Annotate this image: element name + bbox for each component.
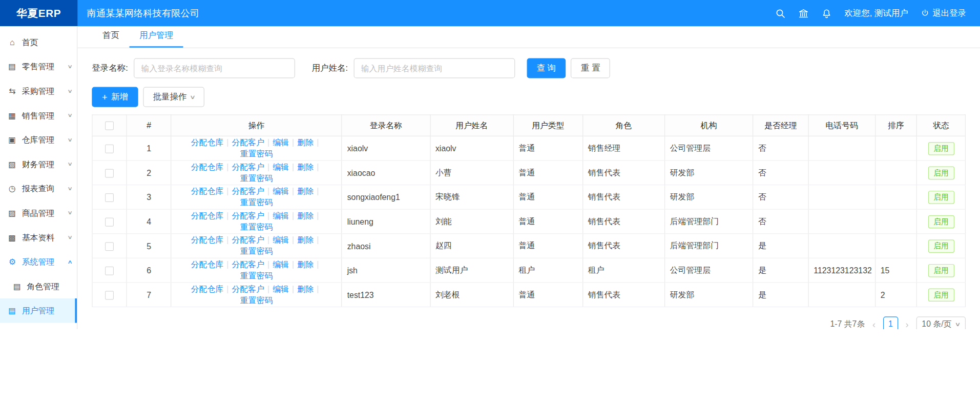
table-header-row: #操作登录名称用户姓名用户类型角色机构是否经理电话号码排序状态 — [92, 115, 965, 136]
row-checkbox[interactable] — [105, 242, 114, 251]
delete-link[interactable]: 删除 — [297, 187, 314, 196]
assign-warehouse-link[interactable]: 分配仓库 — [191, 235, 223, 245]
sidebar-item-retail[interactable]: ▤零售管理∨ — [0, 54, 77, 79]
row-checkbox[interactable] — [105, 217, 114, 226]
delete-link[interactable]: 删除 — [297, 235, 314, 245]
reset-password-link[interactable]: 重置密码 — [240, 149, 273, 158]
company-name: 南通某某网络科技有限公司 — [87, 7, 200, 19]
action-separator: | — [292, 211, 294, 220]
edit-link[interactable]: 编辑 — [273, 259, 289, 269]
reset-password-link[interactable]: 重置密码 — [240, 173, 273, 183]
sidebar-item-system[interactable]: ⚙系统管理∧ — [0, 250, 77, 274]
delete-link[interactable]: 删除 — [297, 162, 314, 171]
search-button[interactable]: 查 询 — [527, 58, 566, 78]
finance-icon: ▧ — [8, 159, 17, 169]
header-cell-9: 排序 — [875, 115, 916, 136]
add-user-label: 新增 — [111, 91, 128, 103]
sidebar-item-sales[interactable]: ▦销售管理∨ — [0, 103, 77, 128]
status-badge: 启用 — [928, 142, 954, 155]
assign-customer-link[interactable]: 分配客户 — [232, 211, 264, 220]
cell-status: 启用 — [917, 234, 966, 258]
reset-password-link[interactable]: 重置密码 — [240, 271, 273, 280]
bell-icon[interactable] — [821, 8, 832, 18]
action-separator: | — [292, 284, 294, 293]
login-name-input[interactable] — [134, 58, 295, 78]
sidebar-item-basic-data[interactable]: ▩基本资料∨ — [0, 225, 77, 250]
row-checkbox[interactable] — [105, 193, 114, 202]
page-size-select[interactable]: 10 条/页 ∨ — [916, 316, 966, 329]
sidebar-item-goods[interactable]: ▨商品管理∨ — [0, 201, 77, 226]
page-number-button[interactable]: 1 — [883, 316, 898, 329]
cell-actions: 分配仓库|分配客户|编辑|删除|重置密码 — [171, 136, 342, 161]
prev-page-button[interactable]: ‹ — [871, 319, 877, 329]
action-separator: | — [267, 187, 269, 196]
row-checkbox[interactable] — [105, 266, 114, 275]
sidebar-item-purchase[interactable]: ⇆采购管理∨ — [0, 79, 77, 104]
reset-password-link[interactable]: 重置密码 — [240, 295, 273, 305]
tab-user-mgmt[interactable]: 用户管理 — [130, 26, 183, 47]
chevron-down-icon: ∨ — [67, 162, 73, 167]
delete-link[interactable]: 删除 — [297, 284, 314, 293]
row-checkbox[interactable] — [105, 145, 114, 153]
search-icon[interactable] — [775, 8, 786, 18]
row-checkbox[interactable] — [105, 169, 114, 177]
assign-warehouse-link[interactable]: 分配仓库 — [191, 211, 223, 220]
next-page-button[interactable]: › — [904, 319, 910, 329]
welcome-user-text[interactable]: 欢迎您, 测试用户 — [844, 8, 908, 19]
assign-warehouse-link[interactable]: 分配仓库 — [191, 137, 223, 147]
batch-actions-button[interactable]: 批量操作 ∨ — [143, 87, 204, 107]
sidebar-item-label: 报表查询 — [22, 183, 54, 194]
assign-customer-link[interactable]: 分配客户 — [232, 259, 264, 269]
power-icon — [921, 9, 929, 17]
reset-password-link[interactable]: 重置密码 — [240, 198, 273, 207]
assign-customer-link[interactable]: 分配客户 — [232, 137, 264, 147]
sidebar-item-reports[interactable]: ◷报表查询∨ — [0, 176, 77, 201]
delete-link[interactable]: 删除 — [297, 259, 314, 269]
edit-link[interactable]: 编辑 — [273, 187, 289, 196]
delete-link[interactable]: 删除 — [297, 137, 314, 147]
assign-warehouse-link[interactable]: 分配仓库 — [191, 284, 223, 293]
add-user-button[interactable]: + 新增 — [92, 87, 138, 107]
edit-link[interactable]: 编辑 — [273, 162, 289, 171]
assign-warehouse-link[interactable]: 分配仓库 — [191, 162, 223, 171]
sidebar-item-warehouse[interactable]: ▣仓库管理∨ — [0, 128, 77, 152]
delete-link[interactable]: 删除 — [297, 211, 314, 220]
assign-customer-link[interactable]: 分配客户 — [232, 187, 264, 196]
select-all-checkbox[interactable] — [105, 122, 114, 130]
chevron-down-icon: ∨ — [67, 137, 73, 143]
sidebar-item-role-mgmt[interactable]: ▤角色管理 — [0, 274, 77, 298]
edit-link[interactable]: 编辑 — [273, 211, 289, 220]
edit-link[interactable]: 编辑 — [273, 137, 289, 147]
action-separator: | — [226, 284, 228, 293]
sidebar-item-finance[interactable]: ▧财务管理∨ — [0, 152, 77, 176]
row-checkbox[interactable] — [105, 291, 114, 299]
user-name-input[interactable] — [353, 58, 515, 78]
logout-button[interactable]: 退出登录 — [921, 8, 966, 19]
reset-password-link[interactable]: 重置密码 — [240, 247, 273, 256]
edit-link[interactable]: 编辑 — [273, 284, 289, 293]
assign-customer-link[interactable]: 分配客户 — [232, 162, 264, 171]
header-cell-3: 用户姓名 — [430, 115, 513, 136]
sidebar-item-home[interactable]: ⌂首页 — [0, 30, 77, 55]
cell-user-name: 刘老根 — [430, 283, 513, 307]
bank-icon[interactable] — [798, 8, 809, 18]
edit-link[interactable]: 编辑 — [273, 235, 289, 245]
action-separator: | — [226, 211, 228, 220]
system-icon: ⚙ — [8, 257, 17, 266]
sidebar-item-org-mgmt[interactable]: ▤机构管理 — [0, 323, 77, 329]
assign-customer-link[interactable]: 分配客户 — [232, 284, 264, 293]
assign-warehouse-link[interactable]: 分配仓库 — [191, 187, 223, 196]
reset-button[interactable]: 重 置 — [571, 58, 610, 78]
tab-home[interactable]: 首页 — [93, 26, 130, 47]
cell-role: 销售代表 — [582, 234, 664, 258]
chevron-up-icon: ∧ — [67, 259, 73, 265]
status-badge: 启用 — [928, 239, 954, 253]
page-size-value: 10 条/页 — [922, 318, 951, 329]
goods-icon: ▨ — [8, 208, 17, 217]
assign-warehouse-link[interactable]: 分配仓库 — [191, 259, 223, 269]
sidebar-item-user-mgmt[interactable]: ▤用户管理 — [0, 298, 77, 323]
reset-password-link[interactable]: 重置密码 — [240, 222, 273, 231]
cell-org: 研发部 — [664, 283, 753, 307]
assign-customer-link[interactable]: 分配客户 — [232, 235, 264, 245]
main-layout: ⌂首页▤零售管理∨⇆采购管理∨▦销售管理∨▣仓库管理∨▧财务管理∨◷报表查询∨▨… — [0, 26, 980, 329]
